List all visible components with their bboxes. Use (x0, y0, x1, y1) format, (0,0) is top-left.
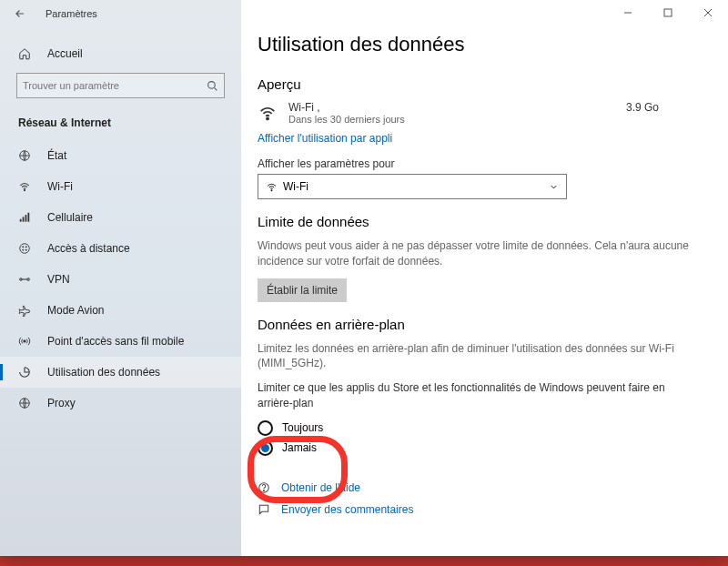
background-heading: Données en arrière-plan (258, 317, 695, 332)
svg-point-18 (271, 189, 272, 190)
radio-icon (258, 420, 273, 436)
sidebar-item-dialup[interactable]: Accès à distance (0, 233, 241, 264)
background-desc1: Limitez les données en arrière-plan afin… (258, 341, 695, 372)
radio-always[interactable]: Toujours (258, 420, 695, 436)
limit-heading: Limite de données (258, 214, 695, 229)
background-desc2: Limiter ce que les applis du Store et le… (258, 380, 695, 411)
wifi-icon (258, 103, 279, 123)
wifi-icon (266, 181, 278, 193)
chevron-down-icon (549, 182, 559, 192)
minimize-icon (623, 8, 632, 17)
overview-period: Dans les 30 derniers jours (288, 114, 626, 125)
svg-point-13 (27, 278, 29, 280)
limit-desc: Windows peut vous aider à ne pas dépasse… (258, 238, 695, 269)
svg-point-8 (23, 247, 24, 248)
back-button[interactable] (11, 5, 29, 23)
svg-point-11 (25, 249, 26, 250)
main-content: Utilisation des données Aperçu Wi-Fi , D… (241, 0, 728, 556)
proxy-icon (18, 397, 33, 409)
radio-label: Jamais (282, 441, 317, 454)
settings-for-label: Afficher les paramètres pour (258, 157, 695, 170)
sidebar-item-status[interactable]: État (0, 140, 241, 171)
set-limit-button[interactable]: Établir la limite (258, 278, 347, 302)
svg-rect-5 (25, 215, 27, 222)
sidebar-item-vpn[interactable]: VPN (0, 264, 241, 295)
help-icon (258, 481, 274, 494)
dialup-icon (18, 242, 33, 255)
sidebar-item-label: État (47, 149, 66, 162)
sidebar-item-label: VPN (47, 273, 70, 286)
svg-point-0 (208, 81, 216, 88)
nav-category: Réseau & Internet (0, 107, 241, 136)
svg-rect-3 (20, 219, 22, 222)
svg-point-14 (24, 340, 25, 342)
sidebar-item-data-usage[interactable]: Utilisation des données (0, 357, 241, 388)
svg-point-2 (24, 190, 25, 191)
vpn-icon (18, 273, 33, 286)
svg-point-9 (25, 247, 26, 248)
search-icon (207, 80, 218, 92)
network-select[interactable]: Wi-Fi (258, 174, 567, 199)
per-app-link[interactable]: Afficher l'utilisation par appli (258, 132, 695, 145)
help-link[interactable]: Obtenir de l'aide (258, 481, 695, 494)
globe-icon (18, 149, 33, 162)
home-icon (18, 47, 33, 60)
nav-list: État Wi-Fi Cellulaire Accès à distance V… (0, 140, 241, 419)
maximize-icon (663, 8, 672, 17)
svg-point-7 (20, 244, 30, 254)
sidebar-item-wifi[interactable]: Wi-Fi (0, 171, 241, 202)
select-value: Wi-Fi (283, 180, 308, 193)
svg-point-17 (267, 117, 268, 119)
sidebar-item-hotspot[interactable]: Point d'accès sans fil mobile (0, 326, 241, 357)
sidebar-item-cellular[interactable]: Cellulaire (0, 202, 241, 233)
help-label: Obtenir de l'aide (281, 481, 360, 494)
svg-rect-6 (28, 213, 30, 222)
radio-label: Toujours (282, 421, 323, 434)
home-nav[interactable]: Accueil (0, 40, 241, 67)
sidebar-item-label: Mode Avion (47, 304, 105, 317)
overview-heading: Aperçu (258, 76, 695, 92)
sidebar-item-label: Proxy (47, 397, 76, 409)
sidebar-item-label: Utilisation des données (47, 366, 160, 379)
sidebar-item-label: Point d'accès sans fil mobile (47, 335, 184, 348)
close-button[interactable] (688, 0, 728, 25)
feedback-link[interactable]: Envoyer des commentaires (258, 503, 695, 516)
sidebar-item-label: Cellulaire (47, 211, 93, 224)
sidebar: Paramètres Accueil Réseau & Internet Éta… (0, 0, 241, 556)
svg-rect-16 (664, 9, 672, 16)
page-title: Utilisation des données (258, 33, 695, 56)
data-usage-icon (18, 366, 33, 379)
feedback-icon (258, 503, 274, 516)
sidebar-item-airplane[interactable]: Mode Avion (0, 295, 241, 326)
window-title: Paramètres (46, 8, 97, 19)
svg-rect-4 (23, 217, 25, 221)
sidebar-item-label: Accès à distance (47, 242, 130, 255)
sidebar-item-label: Wi-Fi (47, 180, 73, 193)
radio-icon (258, 440, 273, 456)
minimize-button[interactable] (608, 0, 648, 25)
svg-point-20 (264, 490, 265, 490)
airplane-icon (18, 304, 33, 317)
overview-network: Wi-Fi , (288, 101, 626, 114)
feedback-label: Envoyer des commentaires (281, 503, 413, 516)
wifi-icon (18, 180, 33, 193)
svg-point-12 (20, 278, 22, 280)
search-field[interactable] (23, 80, 207, 91)
cellular-icon (18, 211, 33, 224)
maximize-button[interactable] (648, 0, 688, 25)
arrow-left-icon (14, 7, 26, 20)
hotspot-icon (18, 335, 33, 348)
close-icon (703, 8, 713, 17)
radio-never[interactable]: Jamais (258, 440, 695, 456)
home-label: Accueil (47, 47, 83, 60)
sidebar-item-proxy[interactable]: Proxy (0, 388, 241, 419)
overview-value: 3.9 Go (626, 101, 659, 114)
svg-point-10 (23, 249, 24, 250)
search-input[interactable] (16, 73, 225, 98)
